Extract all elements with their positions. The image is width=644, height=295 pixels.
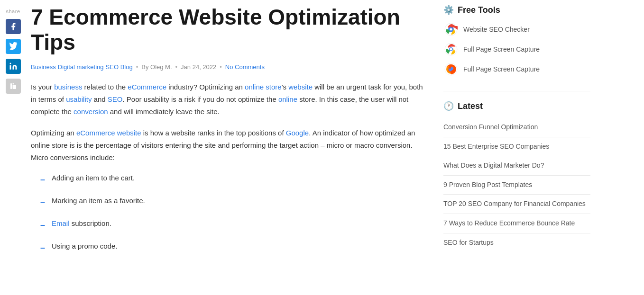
link-email[interactable]: Email [52, 219, 70, 227]
gear-icon: ⚙️ [443, 5, 454, 15]
list-dash-2: – [40, 196, 45, 209]
svg-rect-1 [10, 83, 12, 89]
list-item-1-text: Adding an item to the cart. [52, 172, 135, 184]
tool-item-1[interactable]: Website SEO Checker [443, 22, 590, 37]
meta-dot-1: • [136, 63, 138, 71]
latest-link-4[interactable]: 9 Proven Blog Post Templates [443, 180, 590, 190]
latest-item-6[interactable]: 7 Ways to Reduce Ecommerce Bounce Rate [443, 214, 590, 233]
link-ecommerce-website[interactable]: eCommerce website [76, 129, 141, 137]
list-item-3-text: Email subscription. [52, 218, 111, 229]
article-title: 7 Ecommerce Website Optimization Tips [31, 5, 424, 55]
tool-label-2: Full Page Screen Capture [463, 45, 540, 53]
firefox-icon [443, 62, 459, 77]
article-body: Is your business related to the eCommerc… [31, 81, 424, 255]
link-seo[interactable]: SEO [108, 95, 123, 103]
facebook-share-button[interactable] [6, 19, 21, 34]
latest-item-7[interactable]: SEO for Startups [443, 233, 590, 252]
twitter-share-button[interactable] [6, 39, 21, 54]
free-tools-title: ⚙️ Free Tools [443, 5, 590, 15]
meta-no-comments[interactable]: No Comments [225, 63, 265, 71]
latest-section: 🕐 Latest Conversion Funnel Optimization … [443, 101, 590, 252]
link-website[interactable]: website [288, 83, 313, 91]
meta-author: By Oleg M. [141, 63, 172, 71]
meta-dot-2: • [175, 63, 178, 71]
latest-link-7[interactable]: SEO for Startups [443, 238, 590, 248]
article-paragraph-1: Is your business related to the eCommerc… [31, 81, 424, 118]
share-label: share [6, 9, 20, 14]
list-item: – Marking an item as a favorite. [40, 195, 424, 209]
latest-item-4[interactable]: 9 Proven Blog Post Templates [443, 176, 590, 195]
link-usability[interactable]: usability [66, 95, 92, 103]
list-item: – Using a promo code. [40, 241, 424, 255]
latest-item-3[interactable]: What Does a Digital Marketer Do? [443, 156, 590, 176]
tools-list: Website SEO Checker Full Page Screen Cap… [443, 22, 590, 77]
link-ecommerce[interactable]: eCommerce [128, 83, 166, 91]
latest-title: 🕐 Latest [443, 101, 590, 111]
svg-point-0 [9, 63, 11, 64]
latest-link-2[interactable]: 15 Best Enterprise SEO Companies [443, 142, 590, 152]
right-sidebar: ⚙️ Free Tools [439, 0, 600, 295]
article-main: 7 Ecommerce Website Optimization Tips Bu… [26, 0, 439, 295]
latest-item-2[interactable]: 15 Best Enterprise SEO Companies [443, 137, 590, 157]
list-dash-1: – [40, 173, 45, 187]
latest-list: Conversion Funnel Optimization 15 Best E… [443, 118, 590, 252]
latest-link-3[interactable]: What Does a Digital Marketer Do? [443, 161, 590, 170]
list-item: – Adding an item to the cart. [40, 172, 424, 187]
meta-dot-3: • [220, 63, 222, 71]
svg-point-11 [450, 48, 452, 51]
svg-rect-3 [12, 83, 14, 84]
free-tools-section: ⚙️ Free Tools [443, 5, 590, 77]
list-item-4-text: Using a promo code. [52, 241, 117, 252]
latest-link-6[interactable]: 7 Ways to Reduce Ecommerce Bounce Rate [443, 219, 590, 228]
chrome-icon-1 [443, 22, 459, 37]
link-google[interactable]: Google [286, 129, 309, 137]
latest-label: Latest [458, 101, 483, 111]
latest-item-1[interactable]: Conversion Funnel Optimization [443, 118, 590, 137]
svg-rect-2 [12, 85, 16, 89]
link-conversion[interactable]: conversion [74, 107, 108, 116]
link-online[interactable]: online [278, 95, 297, 103]
latest-item-5[interactable]: TOP 20 SEO Company for Financial Compani… [443, 195, 590, 214]
clock-icon: 🕐 [443, 101, 454, 111]
category-business[interactable]: Business [31, 63, 56, 71]
digg-share-button[interactable] [6, 79, 21, 94]
list-dash-4: – [40, 241, 45, 255]
tool-label-1: Website SEO Checker [463, 26, 530, 33]
sidebar-divider [443, 91, 590, 91]
tool-label-3: Full Page Screen Capture [463, 65, 540, 73]
list-dash-3: – [40, 218, 45, 232]
latest-link-5[interactable]: TOP 20 SEO Company for Financial Compani… [443, 199, 590, 209]
link-business[interactable]: business [54, 83, 82, 91]
meta-date: Jan 24, 2022 [181, 63, 216, 71]
tool-item-3[interactable]: Full Page Screen Capture [443, 62, 590, 77]
category-seo-blog[interactable]: SEO Blog [106, 63, 133, 71]
svg-point-8 [450, 28, 452, 31]
social-sidebar: share [0, 0, 26, 295]
latest-link-1[interactable]: Conversion Funnel Optimization [443, 123, 590, 132]
tool-item-2[interactable]: Full Page Screen Capture [443, 42, 590, 57]
micro-conversions-list: – Adding an item to the cart. – Marking … [40, 172, 424, 254]
linkedin-share-button[interactable] [6, 59, 21, 74]
article-meta: Business Digital marketing SEO Blog • By… [31, 63, 424, 71]
free-tools-label: Free Tools [458, 5, 500, 15]
chrome-icon-2 [443, 42, 459, 57]
article-paragraph-2: Optimizing an eCommerce website is how a… [31, 127, 424, 164]
link-online-store[interactable]: online store [245, 83, 282, 91]
list-item-2-text: Marking an item as a favorite. [52, 195, 145, 206]
category-digital-marketing[interactable]: Digital marketing [58, 63, 104, 71]
list-item: – Email subscription. [40, 218, 424, 232]
